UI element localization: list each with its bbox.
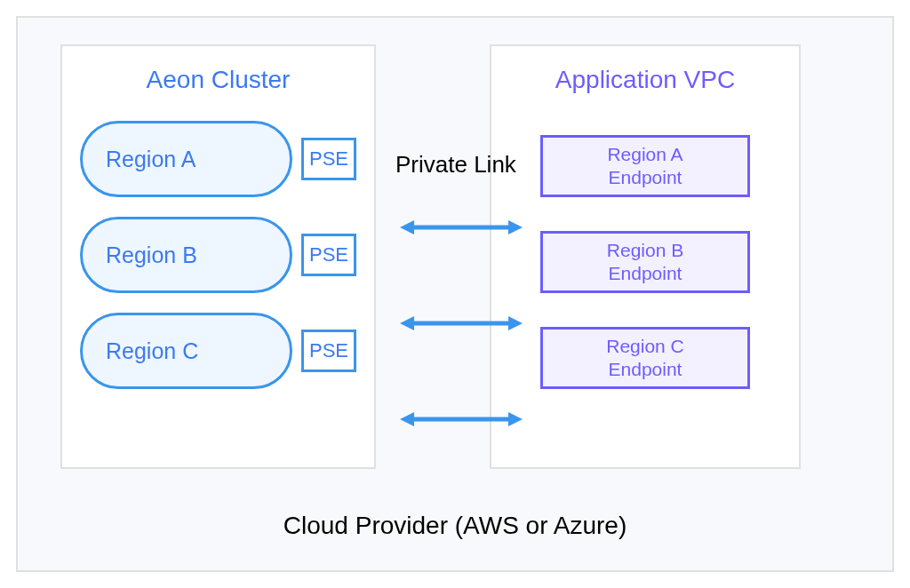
svg-marker-2 [508, 220, 523, 234]
cluster-title: Aeon Cluster [80, 66, 356, 94]
bidirectional-arrow-icon [400, 219, 523, 235]
endpoint-box-a: Region AEndpoint [540, 135, 750, 197]
pse-box-c: PSE [301, 330, 356, 372]
vpc-rows: Region AEndpoint Region BEndpoint Region… [509, 128, 781, 396]
vpc-row: Region CEndpoint [509, 320, 781, 396]
endpoint-box-b: Region BEndpoint [540, 231, 750, 293]
vpc-row: Region AEndpoint [509, 128, 781, 204]
bidirectional-arrow-icon [400, 411, 523, 427]
cluster-row: Region A PSE [80, 121, 356, 197]
aeon-cluster-panel: Aeon Cluster Region A PSE Region B PSE R… [60, 44, 376, 469]
vpc-row: Region BEndpoint [509, 224, 781, 300]
private-link-label: Private Link [395, 151, 516, 179]
svg-marker-8 [508, 412, 523, 426]
cluster-rows: Region A PSE Region B PSE Region C PSE [80, 121, 356, 389]
vpc-title: Application VPC [509, 66, 781, 94]
endpoint-box-c: Region CEndpoint [540, 327, 750, 389]
svg-marker-1 [400, 220, 414, 234]
cloud-provider-container: Aeon Cluster Region A PSE Region B PSE R… [16, 16, 894, 572]
svg-marker-7 [400, 412, 414, 426]
cluster-row: Region B PSE [80, 217, 356, 293]
region-pill-b: Region B [80, 217, 292, 293]
region-pill-c: Region C [80, 313, 292, 389]
bidirectional-arrow-icon [400, 315, 523, 331]
svg-marker-5 [508, 316, 523, 330]
cluster-row: Region C PSE [80, 313, 356, 389]
diagram-columns: Aeon Cluster Region A PSE Region B PSE R… [60, 44, 850, 469]
region-pill-a: Region A [80, 121, 292, 197]
svg-marker-4 [400, 316, 414, 330]
pse-box-b: PSE [301, 234, 356, 276]
pse-box-a: PSE [301, 138, 356, 180]
application-vpc-panel: Application VPC Region AEndpoint Region … [490, 44, 801, 469]
cloud-provider-label: Cloud Provider (AWS or Azure) [18, 512, 892, 540]
